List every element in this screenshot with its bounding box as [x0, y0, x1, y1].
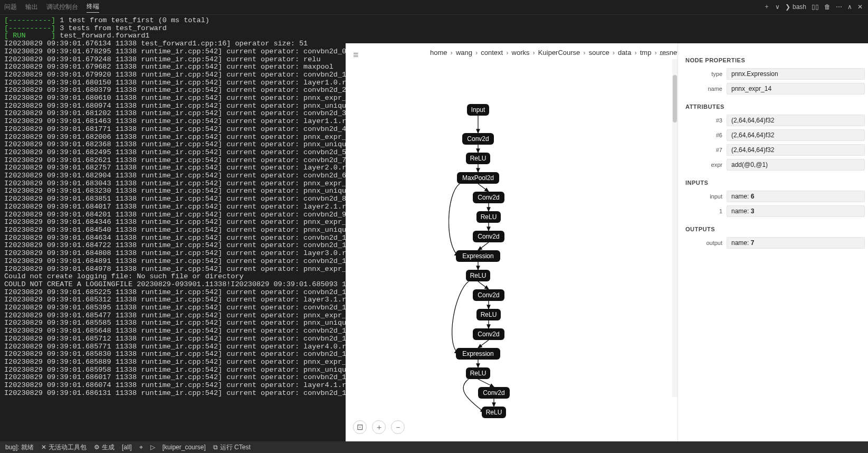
attribute-row: #6(2,64,64,64)f32	[678, 128, 868, 143]
section-node-properties: NODE PROPERTIES	[678, 54, 868, 67]
shell-name: bash	[793, 3, 806, 11]
status-target[interactable]: [kuiper_course]	[163, 443, 206, 451]
attribute-row: #7(2,64,64,64)f32	[678, 143, 868, 157]
status-all[interactable]: [all]	[122, 443, 132, 451]
new-terminal-icon[interactable]: ＋	[764, 2, 770, 11]
graph-node[interactable]: ReLU	[466, 367, 490, 379]
breadcrumb-item[interactable]: tmp	[640, 49, 652, 56]
status-bar: bug]: 就绪 ✕ 无活动工具包 ⚙ 生成 [all] ⌖ ▷ [kuiper…	[0, 441, 868, 453]
breadcrumb-item[interactable]: source	[589, 49, 609, 56]
svg-text:ReLU: ReLU	[470, 370, 487, 377]
status-debug[interactable]: bug]: 就绪	[5, 443, 34, 452]
attribute-row: #3(2,64,64,64)f32	[678, 113, 868, 128]
close-panel-icon[interactable]: ✕	[857, 3, 863, 11]
graph-node[interactable]: ReLU	[466, 270, 490, 281]
zoom-controls: ⊡ ＋ －	[353, 420, 405, 434]
prop-name-label: name	[678, 86, 727, 92]
play-icon[interactable]: ▷	[150, 443, 155, 451]
output-row: outputname: 7	[678, 235, 868, 250]
svg-text:ReLU: ReLU	[470, 272, 487, 279]
svg-text:Conv2d: Conv2d	[478, 233, 499, 240]
breadcrumb-item[interactable]: wang	[456, 49, 472, 56]
graph-node[interactable]: Conv2d	[478, 387, 510, 399]
graph-node[interactable]: MaxPool2d	[457, 172, 499, 184]
tab-terminal[interactable]: 终端	[87, 2, 99, 13]
graph-node[interactable]: Expression	[456, 348, 500, 360]
svg-text:Conv2d: Conv2d	[478, 291, 499, 299]
panel-toolbar: ＋ ∨ ❯ bash ▯▯ 🗑 ⋯ ∧ ✕	[764, 2, 863, 11]
panel-tabs: 问题 输出 调试控制台 终端	[0, 0, 868, 15]
minimize-icon[interactable]: —	[660, 49, 669, 60]
zoom-in-icon[interactable]: ＋	[372, 420, 386, 434]
attribute-row: expradd(@0,@1)	[678, 157, 868, 172]
graph-node[interactable]: ReLU	[482, 407, 506, 418]
svg-text:Expression: Expression	[462, 252, 493, 260]
breadcrumb: home›wang›context›works›KuiperCourse›sou…	[430, 49, 667, 56]
status-ctest[interactable]: ⧉ 运行 CTest	[213, 443, 251, 452]
prop-name-value: pnnx_expr_14	[727, 83, 865, 95]
svg-text:MaxPool2d: MaxPool2d	[462, 174, 494, 182]
breadcrumb-item[interactable]: data	[618, 49, 631, 56]
svg-text:ReLU: ReLU	[481, 213, 497, 221]
terminal-output[interactable]: [----------] 1 test from test_first (0 m…	[0, 15, 346, 405]
zoom-out-icon[interactable]: －	[391, 420, 405, 434]
graph-node[interactable]: ReLU	[476, 211, 501, 223]
shell-icon: ❯	[785, 3, 790, 11]
svg-text:ReLU: ReLU	[486, 409, 502, 416]
menu-icon[interactable]: ≡	[353, 50, 359, 61]
svg-text:ReLU: ReLU	[470, 155, 487, 162]
tab-output[interactable]: 输出	[25, 3, 38, 12]
graph-node[interactable]: Input	[467, 104, 489, 116]
input-row: 1name: 3	[678, 204, 868, 219]
breadcrumb-item[interactable]: works	[512, 49, 530, 56]
breadcrumb-item[interactable]: KuiperCourse	[538, 49, 580, 56]
prop-type-label: type	[678, 71, 727, 77]
breadcrumb-item[interactable]: home	[430, 49, 447, 56]
input-row: inputname: 6	[678, 189, 868, 204]
prop-type-value: pnnx.Expression	[727, 68, 865, 80]
graph-area[interactable]: ≡ home›wang›context›works›KuiperCourse›s…	[346, 43, 678, 441]
svg-text:Conv2d: Conv2d	[483, 389, 504, 397]
properties-panel: NODE PROPERTIES type pnnx.Expression nam…	[678, 43, 868, 441]
status-build[interactable]: ⚙ 生成	[94, 443, 115, 452]
breadcrumb-item[interactable]: context	[481, 49, 503, 56]
svg-text:Conv2d: Conv2d	[478, 331, 499, 338]
svg-text:Conv2d: Conv2d	[467, 135, 489, 143]
bug-icon[interactable]: ⌖	[139, 443, 143, 451]
graph-node[interactable]: Conv2d	[473, 289, 504, 301]
trash-icon[interactable]: 🗑	[824, 3, 831, 11]
graph-node[interactable]: Conv2d	[473, 328, 504, 340]
netron-viewer: ≡ home›wang›context›works›KuiperCourse›s…	[346, 43, 868, 441]
graph-node[interactable]: Conv2d	[473, 231, 504, 242]
vertical-scrollbar[interactable]	[672, 59, 678, 397]
svg-text:Conv2d: Conv2d	[478, 194, 499, 201]
maximize-icon[interactable]: ∧	[847, 3, 852, 11]
more-icon[interactable]: ⋯	[836, 3, 842, 11]
svg-text:Input: Input	[471, 106, 485, 114]
svg-text:ReLU: ReLU	[481, 311, 497, 318]
graph-node[interactable]: Expression	[456, 250, 500, 262]
graph-node[interactable]: Conv2d	[462, 133, 494, 145]
section-outputs: OUTPUTS	[678, 223, 868, 235]
scrollbar-thumb[interactable]	[673, 75, 677, 122]
chevron-down-icon[interactable]: ∨	[775, 3, 780, 11]
fit-icon[interactable]: ⊡	[353, 420, 367, 434]
section-inputs: INPUTS	[678, 176, 868, 189]
section-attributes: ATTRIBUTES	[678, 100, 868, 113]
graph-node[interactable]: ReLU	[476, 309, 501, 320]
split-panel-icon[interactable]: ▯▯	[812, 3, 819, 11]
graph-node[interactable]: Conv2d	[473, 192, 504, 203]
svg-text:Expression: Expression	[462, 350, 493, 357]
tab-debug-console[interactable]: 调试控制台	[46, 3, 78, 12]
graph-node[interactable]: ReLU	[466, 153, 490, 164]
tab-problems[interactable]: 问题	[4, 3, 17, 12]
model-graph[interactable]: InputConv2dReLUMaxPool2dConv2dReLUConv2d…	[449, 104, 602, 441]
status-tools[interactable]: ✕ 无活动工具包	[41, 443, 87, 452]
